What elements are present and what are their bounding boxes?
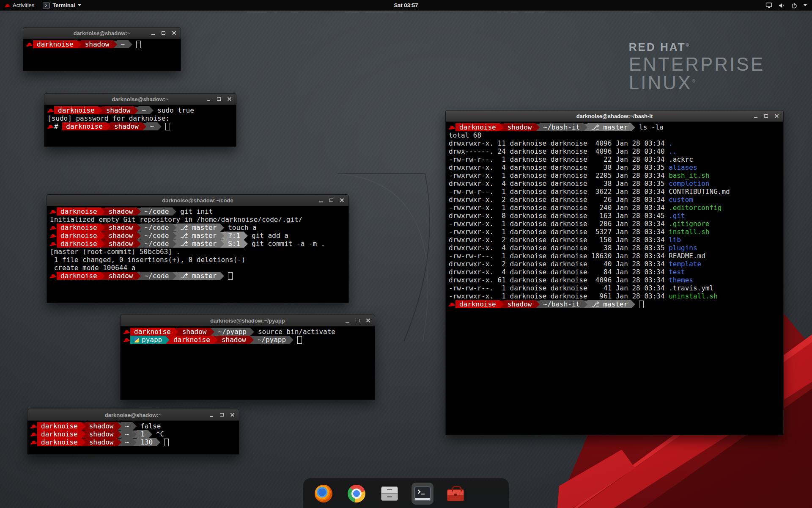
powerline-separator-icon — [244, 232, 248, 240]
terminal-body[interactable]: darknoiseshadow~/codegit initInitialized… — [47, 206, 348, 281]
prompt-segment-host: shadow — [504, 300, 536, 308]
redhat-prompt-icon — [50, 232, 57, 239]
terminal-line: drwxrwxr-x. 4 darknoise darknoise 38 Jan… — [449, 163, 780, 171]
activities-button[interactable]: Activities — [0, 0, 38, 11]
app-menu-terminal[interactable]: Terminal — [38, 0, 85, 11]
terminal-window: darknoise@shadow:~/bash-itdarknoiseshado… — [445, 110, 784, 435]
terminal-line: darknoiseshadow~1^C — [30, 430, 236, 438]
prompt-segment-user: darknoise — [455, 123, 500, 131]
dock-item-chrome[interactable] — [346, 483, 368, 505]
dock-item-files[interactable] — [379, 483, 401, 505]
redhat-prompt-icon — [30, 423, 37, 430]
terminal-text: drwxrwxr-x. 11 darknoise darknoise 4096 … — [449, 139, 669, 147]
python-icon — [134, 337, 139, 342]
terminal-line: create mode 100644 a — [50, 264, 346, 272]
prompt-segment-git: ⎇ master — [587, 123, 631, 131]
terminal-text: custom — [669, 196, 693, 204]
window-titlebar[interactable]: darknoise@shadow:~/pyapp — [121, 315, 375, 326]
maximize-button[interactable] — [354, 318, 361, 324]
terminal-body[interactable]: darknoiseshadow~falsedarknoiseshadow~1^C… — [27, 421, 239, 447]
terminal-body[interactable]: darknoiseshadow~/pyappsource bin/activat… — [121, 326, 375, 345]
icon-shape — [414, 486, 431, 501]
minimize-button[interactable] — [205, 96, 211, 102]
terminal-text: git init — [180, 207, 213, 215]
volume-icon — [778, 2, 785, 9]
powerline-separator-icon — [631, 124, 635, 131]
prompt-segment-user: darknoise — [57, 240, 101, 248]
powerline-separator-icon — [173, 232, 176, 240]
terminal-line: drwxrwxr-x. 4 darknoise darknoise 84 Jan… — [449, 268, 780, 276]
clock[interactable]: Sat 03:57 — [394, 2, 418, 8]
prompt-segment-host: shadow — [105, 240, 137, 248]
powerline-separator-icon — [158, 123, 162, 130]
powerline-separator-icon — [101, 232, 105, 240]
dock-item-firefox[interactable] — [313, 483, 335, 505]
prompt-segment-git: ⎇ master — [176, 232, 220, 240]
terminal-line: darknoiseshadow~/code⎇ master — [50, 272, 346, 280]
terminal-text: -rwxrwxr-x. 1 darknoise darknoise 240 Ja… — [449, 204, 669, 212]
window-titlebar[interactable]: darknoise@shadow:~ — [27, 409, 239, 421]
prompt-segment-user: darknoise — [54, 106, 99, 114]
dock-items — [313, 483, 499, 505]
terminal-line: darknoiseshadow~/codegit init — [50, 207, 346, 215]
window-controls — [150, 28, 177, 39]
prompt-segment-host: shadow — [105, 232, 137, 240]
powerline-separator-icon — [101, 224, 105, 232]
maximize-button[interactable] — [763, 113, 769, 119]
terminal-window: darknoise@shadow:~darknoiseshadow~falsed… — [27, 409, 239, 455]
minimize-button[interactable] — [208, 412, 214, 418]
terminal-line: darknoiseshadow~/bash-it⎇ masterls -la — [449, 123, 780, 131]
terminal-line: drwxrwxr-x. 4 darknoise darknoise 38 Jan… — [449, 244, 780, 252]
powerline-separator-icon — [173, 224, 176, 232]
terminal-line: [master (root-commit) 50bcb63] . — [50, 248, 346, 256]
close-button[interactable] — [171, 30, 177, 36]
dock-item-terminal[interactable] — [411, 483, 433, 505]
powerline-separator-icon — [536, 124, 540, 131]
terminal-text: git commit -a -m . — [252, 240, 325, 248]
close-button[interactable] — [365, 318, 371, 324]
dock-item-app-grid[interactable] — [477, 483, 499, 505]
minimize-button[interactable] — [150, 30, 156, 36]
prompt-segment-user: darknoise — [62, 122, 107, 130]
dock — [303, 478, 509, 508]
maximize-button[interactable] — [328, 197, 335, 204]
terminal-text: -rw-rw-r--. 1 darknoise darknoise 3622 J… — [449, 188, 669, 196]
maximize-button[interactable] — [216, 96, 222, 102]
window-titlebar[interactable]: darknoise@shadow:~/code — [47, 195, 348, 206]
terminal-body[interactable]: darknoiseshadow~sudo true[sudo] password… — [44, 105, 236, 132]
maximize-button[interactable] — [160, 30, 167, 36]
terminal-line: 1 file changed, 0 insertions(+), 0 delet… — [50, 256, 346, 264]
window-titlebar[interactable]: darknoise@shadow:~ — [44, 94, 236, 105]
redhat-prompt-icon — [50, 240, 57, 247]
close-button[interactable] — [229, 412, 236, 418]
window-title: darknoise@shadow:~/code — [162, 197, 233, 204]
prompt-segment-path: ~/code — [141, 224, 173, 232]
window-titlebar[interactable]: darknoise@shadow:~/bash-it — [446, 110, 783, 122]
prompt-segment-host: shadow — [178, 328, 211, 336]
terminal-body[interactable]: darknoiseshadow~/bash-it⎇ masterls -lato… — [446, 122, 783, 309]
terminal-line: -rwxrwxr-x. 1 darknoise darknoise 2205 J… — [449, 171, 780, 179]
terminal-cursor — [165, 123, 170, 130]
powerline-separator-icon — [214, 336, 218, 344]
prompt-segment-git: ⎇ master — [176, 224, 220, 232]
minimize-button[interactable] — [318, 197, 324, 204]
minimize-button[interactable] — [752, 113, 759, 119]
terminal-body[interactable]: darknoiseshadow~ — [23, 39, 181, 50]
activities-label: Activities — [13, 2, 34, 8]
prompt-segment-path: ~/code — [141, 240, 173, 248]
terminal-line: darknoiseshadow~130 — [30, 438, 236, 446]
system-menu[interactable] — [765, 0, 812, 11]
powerline-separator-icon — [77, 41, 81, 48]
minimize-button[interactable] — [344, 318, 350, 324]
terminal-text: [master (root-commit) 50bcb63] . — [50, 248, 180, 256]
close-button[interactable] — [339, 197, 345, 204]
prompt-segment-host: shadow — [85, 422, 118, 430]
dock-item-toolbox[interactable] — [444, 483, 466, 505]
maximize-button[interactable] — [219, 412, 225, 418]
window-titlebar[interactable]: darknoise@shadow:~ — [23, 28, 181, 39]
close-button[interactable] — [226, 96, 233, 102]
terminal-line: -rw-rw-r--. 1 darknoise darknoise 41 Jan… — [449, 284, 780, 292]
terminal-line: [sudo] password for darknoise: — [47, 114, 233, 122]
close-button[interactable] — [774, 113, 780, 119]
terminal-line: -rw-rw-r--. 1 darknoise darknoise 18630 … — [449, 252, 780, 260]
